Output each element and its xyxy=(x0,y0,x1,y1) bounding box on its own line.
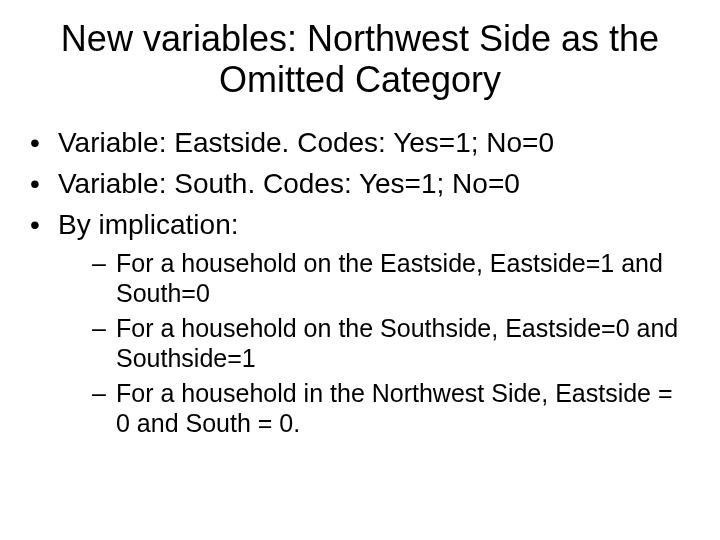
bullet-list: Variable: Eastside. Codes: Yes=1; No=0 V… xyxy=(30,125,690,439)
bullet-text: Variable: Eastside. Codes: Yes=1; No=0 xyxy=(58,127,554,158)
slide-title: New variables: Northwest Side as the Omi… xyxy=(30,18,690,101)
sub-bullet-text: For a household on the Southside, Eastsi… xyxy=(116,314,678,373)
sub-bullet-list: For a household on the Eastside, Eastsid… xyxy=(58,248,690,439)
sub-bullet-text: For a household on the Eastside, Eastsid… xyxy=(116,249,663,308)
sub-bullet-item: For a household on the Southside, Eastsi… xyxy=(92,313,690,374)
sub-bullet-item: For a household in the Northwest Side, E… xyxy=(92,378,690,439)
bullet-item: Variable: South. Codes: Yes=1; No=0 xyxy=(30,166,690,201)
bullet-item: Variable: Eastside. Codes: Yes=1; No=0 xyxy=(30,125,690,160)
bullet-item: By implication: For a household on the E… xyxy=(30,207,690,439)
slide: New variables: Northwest Side as the Omi… xyxy=(0,0,720,540)
bullet-text: Variable: South. Codes: Yes=1; No=0 xyxy=(58,168,520,199)
bullet-text: By implication: xyxy=(58,209,239,240)
sub-bullet-item: For a household on the Eastside, Eastsid… xyxy=(92,248,690,309)
sub-bullet-text: For a household in the Northwest Side, E… xyxy=(116,379,673,438)
